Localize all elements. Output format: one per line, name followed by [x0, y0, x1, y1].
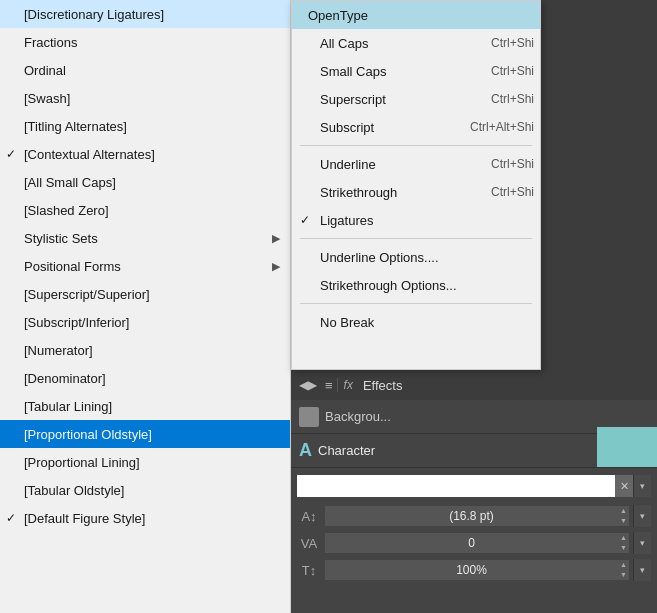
submenu-item-underline-opts[interactable]: Underline Options.... [292, 243, 540, 271]
menu-item-label: [Swash] [24, 91, 70, 106]
search-input[interactable] [297, 475, 615, 497]
menu-item-label: [Slashed Zero] [24, 203, 109, 218]
left-menu-item-denominator[interactable]: [Denominator] [0, 364, 290, 392]
submenu-item-label: Strikethrough [320, 185, 397, 200]
shortcut-label: Ctrl+Shi [491, 92, 534, 106]
left-menu-item-prop-lining[interactable]: [Proportional Lining] [0, 448, 290, 476]
character-section[interactable]: ACharacter [291, 434, 657, 468]
left-menu-item-numerator[interactable]: [Numerator] [0, 336, 290, 364]
tracking-dropdown-button[interactable]: ▾ [633, 532, 651, 554]
panel-arrows-button[interactable]: ◀▶ [295, 376, 321, 394]
menu-item-label: [Tabular Oldstyle] [24, 483, 124, 498]
shortcut-label: Ctrl+Alt+Shi [470, 120, 534, 134]
decrement-button[interactable]: ▼ [618, 516, 629, 526]
submenu-item-label: No Break [320, 315, 374, 330]
left-menu-item-tabular-lining[interactable]: [Tabular Lining] [0, 392, 290, 420]
submenu-item-superscript[interactable]: SuperscriptCtrl+Shi [292, 85, 540, 113]
left-menu-item-all-small-caps[interactable]: [All Small Caps] [0, 168, 290, 196]
chevron-down-icon: ▾ [640, 511, 645, 521]
up-arrow-icon: ▲ [620, 534, 627, 541]
right-submenu: OpenTypeAll CapsCtrl+ShiSmall CapsCtrl+S… [291, 0, 541, 370]
menu-divider [300, 303, 532, 304]
left-menu-item-positional-forms[interactable]: Positional Forms▶ [0, 252, 290, 280]
submenu-item-strikethrough[interactable]: StrikethroughCtrl+Shi [292, 178, 540, 206]
submenu-item-ligatures[interactable]: Ligatures [292, 206, 540, 234]
scale-icon: T↕ [297, 563, 321, 578]
down-arrow-icon: ▼ [620, 544, 627, 551]
submenu-item-label: Superscript [320, 92, 386, 107]
menu-item-label: [All Small Caps] [24, 175, 116, 190]
left-menu-item-fractions[interactable]: Fractions [0, 28, 290, 56]
shortcut-label: Ctrl+Shi [491, 157, 534, 171]
submenu-item-all-caps[interactable]: All CapsCtrl+Shi [292, 29, 540, 57]
menu-icon: ≡ [325, 378, 333, 393]
increment-button[interactable]: ▲ [618, 560, 629, 570]
up-arrow-icon: ▲ [620, 507, 627, 514]
chevron-down-icon: ▾ [640, 565, 645, 575]
right-arrow-icon: ▶ [308, 378, 317, 392]
tracking-value[interactable] [325, 536, 618, 550]
left-arrow-icon: ◀ [299, 378, 308, 392]
left-menu-item-tabular-oldstyle[interactable]: [Tabular Oldstyle] [0, 476, 290, 504]
font-size-value[interactable] [325, 509, 618, 523]
menu-item-label: [Contextual Alternates] [24, 147, 155, 162]
panel-menu-button[interactable]: ≡ [321, 376, 337, 395]
menu-item-label: [Subscript/Inferior] [24, 315, 130, 330]
menu-item-label: [Numerator] [24, 343, 93, 358]
shortcut-label: Ctrl+Shi [491, 185, 534, 199]
menu-item-label: [Tabular Lining] [24, 399, 112, 414]
menu-divider [300, 145, 532, 146]
menu-item-label: Fractions [24, 35, 77, 50]
tracking-icon: VA [297, 536, 321, 551]
close-icon: ✕ [620, 480, 629, 493]
shortcut-label: Ctrl+Shi [491, 36, 534, 50]
down-arrow-icon: ▼ [620, 517, 627, 524]
left-menu-item-contextual-alt[interactable]: [Contextual Alternates] [0, 140, 290, 168]
scale-value[interactable] [325, 563, 618, 577]
fx-label: fx [337, 378, 359, 392]
submenu-item-label: Ligatures [320, 213, 373, 228]
input-section: ✕▾A↕▲▼▾VA▲▼▾T↕▲▼▾ [291, 468, 657, 613]
left-menu-item-disc-lig[interactable]: [Discretionary Ligatures] [0, 0, 290, 28]
submenu-item-label: Strikethrough Options... [320, 278, 457, 293]
menu-item-label: [Proportional Oldstyle] [24, 427, 152, 442]
scale-dropdown-button[interactable]: ▾ [633, 559, 651, 581]
left-menu-item-swash[interactable]: [Swash] [0, 84, 290, 112]
panel-top-row: ◀▶≡fxEffects [291, 370, 657, 400]
character-label: Character [318, 443, 375, 458]
left-menu-item-superscript-sup[interactable]: [Superscript/Superior] [0, 280, 290, 308]
scale-arrows: ▲▼ [618, 560, 629, 580]
left-menu-item-ordinal[interactable]: Ordinal [0, 56, 290, 84]
menu-item-label: [Superscript/Superior] [24, 287, 150, 302]
submenu-item-underline[interactable]: UnderlineCtrl+Shi [292, 150, 540, 178]
decrement-button[interactable]: ▼ [618, 543, 629, 553]
decrement-button[interactable]: ▼ [618, 570, 629, 580]
left-menu-item-default-fig[interactable]: [Default Figure Style] [0, 504, 290, 532]
left-menu-item-slashed-zero[interactable]: [Slashed Zero] [0, 196, 290, 224]
increment-button[interactable]: ▲ [618, 506, 629, 516]
search-row: ✕▾ [297, 474, 651, 498]
left-menu-item-subscript-inf[interactable]: [Subscript/Inferior] [0, 308, 290, 336]
background-swatch [299, 407, 319, 427]
clear-search-button[interactable]: ✕ [615, 475, 633, 497]
menu-item-label: Stylistic Sets [24, 231, 98, 246]
increment-button[interactable]: ▲ [618, 533, 629, 543]
teal-color-swatch [597, 427, 657, 467]
submenu-arrow-icon: ▶ [272, 260, 280, 273]
submenu-item-label: Small Caps [320, 64, 386, 79]
shortcut-label: Ctrl+Shi [491, 64, 534, 78]
menu-item-label: Positional Forms [24, 259, 121, 274]
search-dropdown-button[interactable]: ▾ [633, 475, 651, 497]
left-menu-item-prop-oldstyle[interactable]: [Proportional Oldstyle] [0, 420, 290, 448]
submenu-item-no-break[interactable]: No Break [292, 308, 540, 336]
submenu-item-small-caps[interactable]: Small CapsCtrl+Shi [292, 57, 540, 85]
submenu-item-label: Underline [320, 157, 376, 172]
font-size-icon: A↕ [297, 509, 321, 524]
submenu-item-subscript[interactable]: SubscriptCtrl+Alt+Shi [292, 113, 540, 141]
left-menu-item-stylistic-sets[interactable]: Stylistic Sets▶ [0, 224, 290, 252]
submenu-header-label: OpenType [308, 8, 368, 23]
menu-item-label: [Default Figure Style] [24, 511, 145, 526]
font-size-dropdown-button[interactable]: ▾ [633, 505, 651, 527]
submenu-item-strikethrough-opts[interactable]: Strikethrough Options... [292, 271, 540, 299]
left-menu-item-titling-alt[interactable]: [Titling Alternates] [0, 112, 290, 140]
